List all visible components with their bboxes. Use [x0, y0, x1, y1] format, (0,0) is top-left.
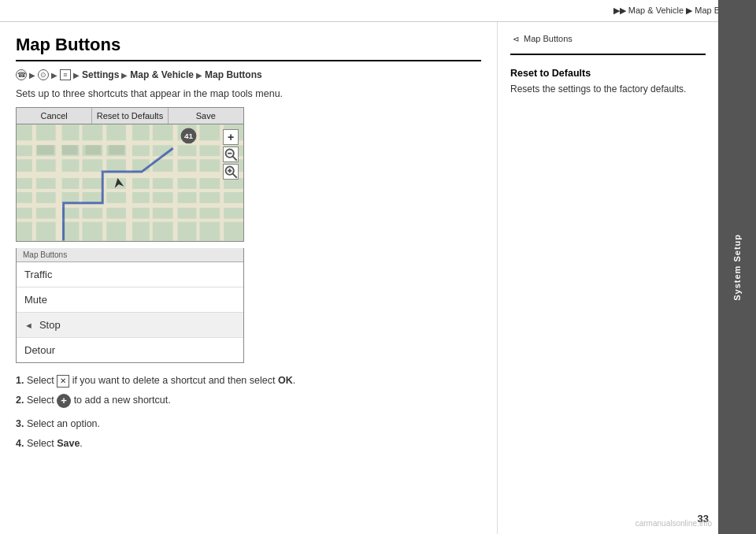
map-view: 41 +	[17, 124, 243, 241]
step-2: 2. Select + to add a new shortcut.	[16, 392, 481, 409]
dropdown-item-traffic[interactable]: Traffic	[17, 262, 243, 287]
step2-num: 2.	[16, 395, 24, 406]
map-extra-button[interactable]	[223, 164, 239, 180]
arrow2: ▶	[51, 71, 57, 80]
svg-rect-12	[150, 125, 153, 241]
zoom-out-icon	[224, 147, 238, 161]
instructions: 1. Select ✕ if you want to delete a shor…	[16, 373, 481, 452]
map-toolbar: Cancel Reset to Defaults Save	[17, 108, 243, 124]
step4-period: .	[80, 438, 82, 449]
step3-num: 3.	[16, 418, 24, 429]
arrow5: ▶	[196, 71, 202, 80]
step4-num: 4.	[16, 438, 24, 449]
dropdown-item-detour[interactable]: Detour	[17, 338, 243, 362]
map-container: Cancel Reset to Defaults Save	[16, 107, 244, 242]
right-sidebar: System Setup	[718, 0, 756, 534]
right-panel-nav-icon: ⊲	[510, 33, 521, 44]
breadcrumb: ☎ ▶ ⊙ ▶ ≡ ▶ Settings ▶ Map & Vehicle ▶ M…	[16, 69, 481, 80]
selected-arrow-icon: ◄	[24, 321, 33, 330]
watermark: carmanualsonline.info	[636, 519, 712, 528]
svg-rect-14	[196, 125, 199, 241]
map-svg: 41	[17, 124, 243, 241]
step1-period: .	[293, 375, 295, 386]
step-4: 4. Select Save.	[16, 436, 481, 452]
step4-text-before: Select	[27, 438, 57, 449]
phone-icon: ☎	[16, 69, 27, 80]
arrow1: ▶	[29, 71, 35, 80]
sidebar-label: System Setup	[732, 234, 742, 301]
svg-rect-7	[32, 125, 36, 241]
mute-label: Mute	[24, 294, 47, 306]
arrow3: ▶	[73, 71, 80, 80]
left-content: Map Buttons ☎ ▶ ⊙ ▶ ≡ ▶ Settings ▶ Map &…	[0, 22, 498, 534]
step1-ok: OK	[278, 375, 293, 386]
page-title: Map Buttons	[16, 35, 481, 61]
arrow4: ▶	[121, 71, 128, 80]
svg-rect-9	[79, 125, 82, 241]
cancel-button[interactable]: Cancel	[17, 108, 92, 124]
step1-text-before: Select	[27, 375, 57, 386]
right-content: ⊲ Map Buttons Reset to Defaults Resets t…	[498, 22, 718, 534]
step4-save: Save	[57, 438, 80, 449]
svg-rect-19	[109, 145, 124, 154]
dropdown-item-mute[interactable]: Mute	[17, 287, 243, 313]
dropdown-item-stop[interactable]: ◄ Stop	[17, 313, 243, 338]
right-panel-title: Reset to Defaults	[510, 68, 706, 79]
step1-num: 1.	[16, 375, 24, 386]
step1-text-after: if you want to delete a shortcut and the…	[72, 375, 278, 386]
map-controls: +	[223, 129, 239, 180]
breadcrumb-settings: Settings	[82, 69, 119, 80]
svg-text:41: 41	[184, 132, 194, 140]
add-icon: +	[57, 394, 71, 408]
step-1: 1. Select ✕ if you want to delete a shor…	[16, 373, 481, 389]
right-panel-breadcrumb-text: Map Buttons	[524, 34, 573, 43]
dropdown-container: Map Buttons Traffic Mute ◄ Stop Detour	[16, 248, 244, 363]
zoom-in-button[interactable]: +	[223, 129, 239, 145]
home-icon: ⊙	[38, 69, 49, 80]
right-panel-header: ⊲ Map Buttons	[510, 33, 706, 55]
step-3: 3. Select an option.	[16, 416, 481, 432]
main-content: Map Buttons ☎ ▶ ⊙ ▶ ≡ ▶ Settings ▶ Map &…	[0, 22, 718, 534]
save-button[interactable]: Save	[169, 108, 243, 124]
menu-icon: ≡	[60, 69, 71, 80]
detour-label: Detour	[24, 344, 55, 356]
svg-rect-16	[37, 145, 54, 154]
breadcrumb-map-buttons: Map Buttons	[205, 69, 262, 80]
delete-icon: ✕	[57, 375, 69, 388]
svg-line-24	[233, 157, 237, 161]
traffic-label: Traffic	[24, 269, 52, 280]
svg-line-27	[233, 174, 237, 178]
top-header: ▶▶ Map & Vehicle ▶ Map Buttons	[0, 0, 756, 22]
step2-text-before: Select	[27, 395, 57, 406]
stop-label: Stop	[39, 319, 61, 331]
right-panel-section: Reset to Defaults Resets the settings to…	[510, 63, 706, 101]
step2-text-after: to add a new shortcut.	[74, 395, 171, 406]
reset-button[interactable]: Reset to Defaults	[92, 108, 168, 124]
page-description: Sets up to three shortcuts that appear i…	[16, 88, 481, 99]
step3-text: Select an option.	[27, 418, 100, 429]
map-extra-icon	[224, 165, 238, 179]
svg-rect-18	[85, 145, 101, 154]
right-panel-desc: Resets the settings to the factory defau…	[510, 82, 706, 96]
svg-rect-11	[126, 125, 132, 241]
svg-rect-13	[173, 125, 178, 241]
svg-rect-8	[56, 125, 62, 241]
right-panel-breadcrumb: ⊲ Map Buttons	[510, 33, 706, 44]
breadcrumb-map-vehicle: Map & Vehicle	[130, 69, 194, 80]
dropdown-header: Map Buttons	[17, 248, 243, 262]
svg-rect-17	[62, 145, 78, 154]
zoom-out-button[interactable]	[223, 146, 239, 162]
